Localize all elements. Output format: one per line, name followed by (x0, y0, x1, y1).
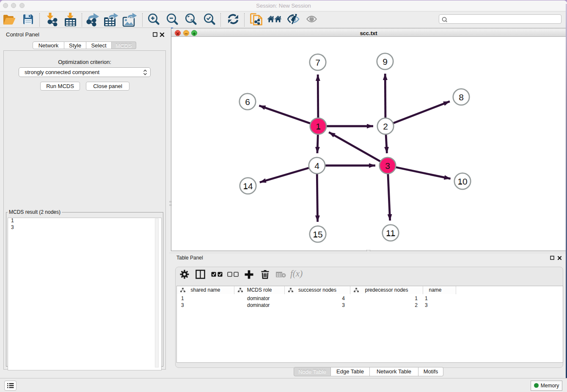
svg-text:6: 6 (245, 97, 250, 107)
svg-text:9: 9 (383, 57, 388, 66)
svg-text:1: 1 (316, 121, 321, 131)
svg-text:4: 4 (314, 161, 319, 171)
svg-text:2: 2 (383, 121, 388, 131)
svg-text:11: 11 (386, 228, 395, 238)
svg-text:14: 14 (243, 181, 253, 191)
svg-text:15: 15 (313, 229, 322, 239)
svg-text:8: 8 (459, 92, 464, 102)
svg-text:7: 7 (315, 58, 320, 67)
svg-text:3: 3 (385, 161, 390, 171)
svg-text:10: 10 (457, 177, 467, 186)
